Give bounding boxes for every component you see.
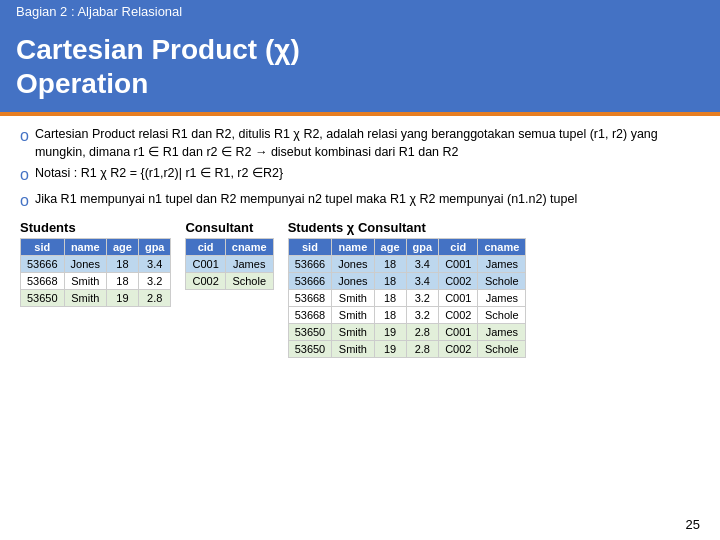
- result-title: Students χ Consultant: [288, 220, 527, 235]
- table-row: 53650Smith192.8: [21, 289, 171, 306]
- students-col-name: name: [64, 238, 106, 255]
- consultant-table-group: Consultant cid cname C001JamesC002Schole: [185, 220, 273, 290]
- students-table-group: Students sid name age gpa 53666Jones183.…: [20, 220, 171, 307]
- students-col-gpa: gpa: [138, 238, 171, 255]
- table-row: 53650Smith192.8C001James: [288, 323, 526, 340]
- result-col-sid: sid: [288, 238, 332, 255]
- list-item: o Notasi : R1 χ R2 = {(r1,r2)| r1 ∈ R1, …: [20, 165, 700, 186]
- bullet-marker: o: [20, 190, 29, 212]
- bullet-marker: o: [20, 164, 29, 186]
- result-table: sid name age gpa cid cname 53666Jones183…: [288, 238, 527, 358]
- consultant-table: cid cname C001JamesC002Schole: [185, 238, 273, 290]
- table-row: 53668Smith183.2: [21, 272, 171, 289]
- result-table-group: Students χ Consultant sid name age gpa c…: [288, 220, 527, 358]
- page-title: Cartesian Product (χ) Operation: [16, 33, 704, 100]
- content: o Cartesian Product relasi R1 dan R2, di…: [0, 116, 720, 364]
- students-table: sid name age gpa 53666Jones183.453668Smi…: [20, 238, 171, 307]
- top-bar-text: Bagian 2 : Aljabar Relasional: [16, 4, 182, 19]
- result-col-age: age: [374, 238, 406, 255]
- bullet-marker: o: [20, 125, 29, 147]
- page-number: 25: [686, 517, 700, 532]
- list-item: o Cartesian Product relasi R1 dan R2, di…: [20, 126, 700, 161]
- result-col-cname: cname: [478, 238, 526, 255]
- students-col-age: age: [106, 238, 138, 255]
- students-col-sid: sid: [21, 238, 65, 255]
- consultant-title: Consultant: [185, 220, 273, 235]
- table-row: 53650Smith192.8C002Schole: [288, 340, 526, 357]
- students-title: Students: [20, 220, 171, 235]
- title-section: Cartesian Product (χ) Operation: [0, 23, 720, 112]
- top-bar: Bagian 2 : Aljabar Relasional: [0, 0, 720, 23]
- result-col-name: name: [332, 238, 374, 255]
- table-row: C002Schole: [186, 272, 273, 289]
- consultant-col-cname: cname: [225, 238, 273, 255]
- table-row: 53666Jones183.4C001James: [288, 255, 526, 272]
- table-row: 53668Smith183.2C002Schole: [288, 306, 526, 323]
- result-col-gpa: gpa: [406, 238, 439, 255]
- table-row: 53666Jones183.4C002Schole: [288, 272, 526, 289]
- consultant-col-cid: cid: [186, 238, 225, 255]
- table-row: C001James: [186, 255, 273, 272]
- result-col-cid: cid: [439, 238, 478, 255]
- list-item: o Jika R1 mempunyai n1 tupel dan R2 memp…: [20, 191, 700, 212]
- bullet-list: o Cartesian Product relasi R1 dan R2, di…: [20, 126, 700, 212]
- table-row: 53666Jones183.4: [21, 255, 171, 272]
- table-row: 53668Smith183.2C001James: [288, 289, 526, 306]
- tables-section: Students sid name age gpa 53666Jones183.…: [20, 220, 700, 358]
